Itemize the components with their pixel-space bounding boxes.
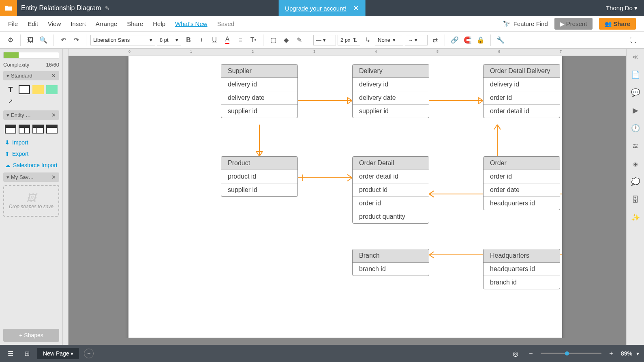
entity-header[interactable]: Order Detail Delivery bbox=[484, 65, 560, 78]
section-entity[interactable]: ▾ Entity …✕ bbox=[3, 110, 59, 120]
zoom-in-button[interactable]: + bbox=[605, 348, 617, 359]
close-icon[interactable]: ✕ bbox=[51, 73, 56, 79]
entity-delivery[interactable]: Deliverydelivery iddelivery datesupplier… bbox=[352, 64, 429, 118]
comment-icon[interactable]: 💬 bbox=[631, 88, 640, 97]
text-options-button[interactable]: T• bbox=[248, 34, 259, 46]
text-color-button[interactable]: A bbox=[222, 34, 233, 46]
entity-field[interactable]: product id bbox=[353, 183, 429, 197]
import-link[interactable]: ⬇Import bbox=[3, 138, 59, 147]
fontsize-select[interactable]: 8 pt▾ bbox=[157, 35, 181, 45]
entity-shape-3[interactable] bbox=[32, 125, 44, 134]
menu-insert[interactable]: Insert bbox=[71, 20, 86, 27]
line-width-select[interactable]: 2 px ⇅ bbox=[338, 35, 360, 45]
underline-button[interactable]: U bbox=[209, 34, 220, 46]
entity-product[interactable]: Productproduct idsupplier id bbox=[221, 156, 298, 197]
menu-view[interactable]: View bbox=[48, 20, 61, 27]
align-button[interactable]: ≡ bbox=[235, 34, 246, 46]
user-menu[interactable]: Thong Do ▾ bbox=[599, 4, 644, 12]
entity-field[interactable]: order id bbox=[484, 170, 560, 183]
entity-shape-4[interactable] bbox=[46, 125, 58, 134]
feature-find[interactable]: 🔭 Feature Find bbox=[503, 20, 548, 28]
presentation-icon[interactable]: ▶ bbox=[631, 106, 640, 115]
page[interactable]: Supplierdelivery iddelivery datesupplier… bbox=[128, 56, 562, 338]
section-saved[interactable]: ▾ My Sav…✕ bbox=[3, 172, 59, 182]
entity-field[interactable]: delivery id bbox=[221, 78, 297, 91]
entity-field[interactable]: product quantity bbox=[353, 210, 429, 223]
arrow-shape[interactable]: ↗ bbox=[5, 97, 16, 106]
link-icon[interactable]: 🔗 bbox=[449, 34, 460, 46]
entity-header[interactable]: Branch bbox=[353, 249, 429, 263]
collapse-icon[interactable]: ≪ bbox=[631, 52, 640, 62]
entity-field[interactable]: headquarters id bbox=[484, 197, 560, 210]
chat-icon[interactable]: 💭 bbox=[631, 177, 640, 187]
whats-new-link[interactable]: What's New bbox=[175, 20, 208, 27]
rect-shape[interactable] bbox=[19, 85, 30, 94]
history-icon[interactable]: 🕐 bbox=[631, 123, 640, 133]
line-style-select[interactable]: None ▾ bbox=[375, 35, 403, 45]
close-icon[interactable]: ✕ bbox=[353, 4, 359, 13]
folder-icon[interactable] bbox=[0, 0, 17, 16]
entity-branch[interactable]: Branchbranch id bbox=[352, 249, 429, 276]
entity-field[interactable]: delivery id bbox=[484, 78, 560, 91]
entity-header[interactable]: Headquarters bbox=[484, 249, 560, 263]
entity-header[interactable]: Product bbox=[221, 157, 297, 170]
menu-edit[interactable]: Edit bbox=[28, 20, 38, 27]
close-icon[interactable]: ✕ bbox=[51, 174, 56, 180]
entity-field[interactable]: order detail id bbox=[353, 170, 429, 183]
page-tab[interactable]: New Page ▾ bbox=[37, 348, 79, 359]
entity-header[interactable]: Order Detail bbox=[353, 157, 429, 170]
lock-icon[interactable]: 🔒 bbox=[475, 34, 486, 46]
entity-header[interactable]: Delivery bbox=[353, 65, 429, 78]
gear-icon[interactable]: ⚙ bbox=[5, 34, 16, 46]
present-button[interactable]: ▶ Present bbox=[554, 18, 593, 30]
text-shape[interactable]: T bbox=[5, 85, 16, 94]
entity-headquarters[interactable]: Headquartersheadquarters idbranch id bbox=[483, 249, 560, 289]
entity-field[interactable]: branch id bbox=[484, 276, 560, 289]
entity-field[interactable]: delivery date bbox=[221, 91, 297, 105]
entity-field[interactable]: order detail id bbox=[484, 105, 560, 118]
italic-button[interactable]: I bbox=[196, 34, 207, 46]
sparkle-icon[interactable]: ✨ bbox=[631, 213, 640, 222]
entity-field[interactable]: supplier id bbox=[221, 105, 297, 118]
menu-file[interactable]: File bbox=[8, 20, 18, 27]
note-shape[interactable] bbox=[32, 85, 44, 94]
section-standard[interactable]: ▾ Standard✕ bbox=[3, 71, 59, 80]
entity-field[interactable]: supplier id bbox=[353, 105, 429, 118]
fill-button[interactable]: ◆ bbox=[280, 34, 292, 46]
add-page-button[interactable]: + bbox=[84, 349, 94, 358]
data-icon[interactable]: 🗄 bbox=[631, 195, 640, 205]
entity-header[interactable]: Order bbox=[484, 157, 560, 170]
search-icon[interactable]: 🔍 bbox=[38, 34, 49, 46]
green-shape[interactable] bbox=[46, 85, 58, 94]
entity-field[interactable]: supplier id bbox=[221, 183, 297, 196]
swap-icon[interactable]: ⇄ bbox=[429, 34, 441, 46]
edit-title-icon[interactable]: ✎ bbox=[105, 5, 110, 11]
target-icon[interactable]: ◎ bbox=[510, 348, 521, 359]
undo-icon[interactable]: ↶ bbox=[58, 34, 69, 46]
close-icon[interactable]: ✕ bbox=[51, 112, 56, 118]
magnet-icon[interactable]: 🧲 bbox=[462, 34, 473, 46]
entity-field[interactable]: product id bbox=[221, 170, 297, 183]
arrow-select[interactable]: → ▾ bbox=[405, 35, 428, 45]
entity-order-detail[interactable]: Order Detailorder detail idproduct idord… bbox=[352, 156, 429, 224]
grid-icon[interactable]: ⊞ bbox=[21, 348, 32, 359]
wrench-icon[interactable]: 🔧 bbox=[495, 34, 506, 46]
entity-field[interactable]: branch id bbox=[353, 263, 429, 276]
font-select[interactable]: Liberation Sans▾ bbox=[90, 35, 155, 45]
share-button[interactable]: 👥 Share bbox=[599, 18, 636, 30]
entity-header[interactable]: Supplier bbox=[221, 65, 297, 78]
entity-field[interactable]: order id bbox=[353, 197, 429, 210]
line-shape-button[interactable]: ↳ bbox=[362, 34, 373, 46]
image-icon[interactable]: 🖼 bbox=[25, 34, 36, 46]
entity-field[interactable]: headquarters id bbox=[484, 263, 560, 276]
border-color-button[interactable]: ✎ bbox=[293, 34, 305, 46]
entity-field[interactable]: order id bbox=[484, 91, 560, 105]
layers-icon[interactable]: ≋ bbox=[631, 141, 640, 151]
zoom-out-button[interactable]: − bbox=[525, 348, 537, 359]
list-icon[interactable]: ☰ bbox=[5, 348, 16, 359]
salesforce-link[interactable]: ☁Salesforce Import bbox=[3, 161, 59, 169]
entity-order[interactable]: Orderorder idorder dateheadquarters id bbox=[483, 156, 560, 210]
canvas[interactable]: Supplierdelivery iddelivery datesupplier… bbox=[68, 56, 619, 338]
fullscreen-icon[interactable]: ⛶ bbox=[628, 34, 639, 46]
document-title[interactable]: Entity Relationship Diagram bbox=[17, 4, 105, 12]
